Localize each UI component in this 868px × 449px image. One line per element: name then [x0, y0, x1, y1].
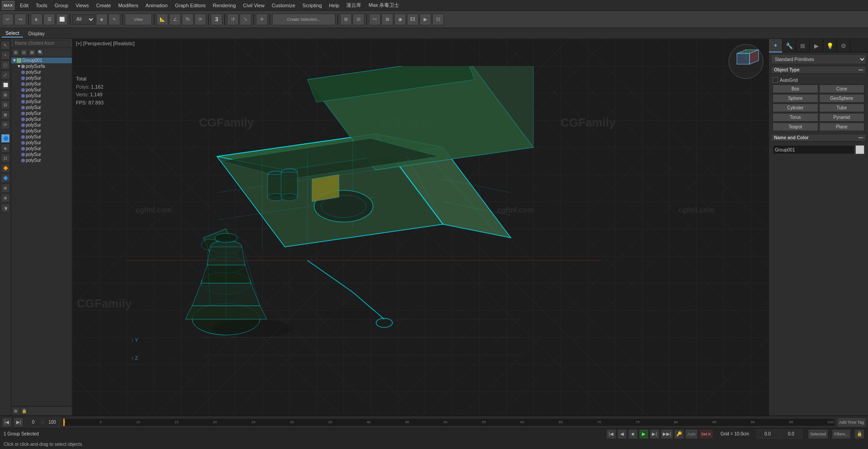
- timeline-playhead[interactable]: [63, 419, 65, 426]
- scene-child-0[interactable]: ▼ polySurfa: [11, 63, 72, 69]
- transport-stop[interactable]: ■: [628, 429, 638, 439]
- scale-btn[interactable]: ⤡: [240, 14, 251, 25]
- scene-child-11[interactable]: polySur: [11, 128, 72, 134]
- geosphere-button[interactable]: GeoSphere: [819, 94, 865, 103]
- left-tool-2[interactable]: +: [1, 51, 10, 60]
- render-frame-btn[interactable]: ⊡: [432, 14, 444, 25]
- menu-rendering[interactable]: Rendering: [209, 2, 240, 9]
- transport-play-back[interactable]: ◀: [617, 429, 627, 439]
- scene-child-15[interactable]: polySur: [11, 151, 72, 157]
- scene-child-10[interactable]: polySur: [11, 122, 72, 128]
- left-tool-8[interactable]: ⊠: [1, 110, 10, 119]
- scene-child-12[interactable]: polySur: [11, 134, 72, 140]
- x-coord-input[interactable]: [756, 430, 779, 439]
- curve-editor-btn[interactable]: 〜: [369, 14, 381, 25]
- scene-bottom-icon-2[interactable]: 🔒: [20, 407, 28, 415]
- menu-tools[interactable]: Tools: [32, 2, 51, 9]
- object-name-input[interactable]: [773, 145, 854, 154]
- transport-next-frame[interactable]: ▶|: [650, 429, 660, 439]
- schematic-btn[interactable]: ⊠: [382, 14, 393, 25]
- spin-btn[interactable]: ⟳: [194, 14, 206, 25]
- total-frames-input[interactable]: [44, 418, 60, 427]
- left-tool-6[interactable]: ⊞: [1, 90, 10, 99]
- scene-icon-3[interactable]: ⊠: [28, 49, 36, 56]
- left-tool-15[interactable]: ⊕: [1, 184, 10, 193]
- left-tool-11[interactable]: ⬖: [1, 144, 10, 153]
- snap-percent[interactable]: %: [182, 14, 193, 25]
- scene-search-input[interactable]: [13, 40, 70, 47]
- menu-views[interactable]: Views: [72, 2, 92, 9]
- object-type-section-header[interactable]: Object Type —: [771, 66, 866, 74]
- right-tab-modify[interactable]: 🔧: [783, 39, 796, 52]
- tube-button[interactable]: Tube: [819, 104, 865, 112]
- right-tab-hierarchy[interactable]: ⊠: [796, 39, 810, 52]
- left-tool-5[interactable]: ⬜: [1, 80, 10, 90]
- layer-dropdown[interactable]: All: [72, 14, 95, 24]
- color-swatch[interactable]: [855, 145, 864, 154]
- menu-scripting[interactable]: Scripting: [299, 2, 326, 9]
- menu-help[interactable]: Help: [326, 2, 343, 9]
- align-btn[interactable]: ⊟: [353, 14, 364, 25]
- box-button[interactable]: Box: [773, 85, 818, 93]
- filters-btn[interactable]: Filters...: [832, 429, 851, 439]
- torus-button[interactable]: Torus: [773, 113, 818, 122]
- scene-bottom-icon-1[interactable]: ⊕: [12, 407, 19, 415]
- left-tool-17[interactable]: ◑: [1, 203, 10, 213]
- right-tab-display[interactable]: 💡: [823, 39, 837, 52]
- select-region-button[interactable]: ⬜: [56, 14, 68, 25]
- right-tab-create[interactable]: ✦: [769, 39, 783, 52]
- transport-set-key[interactable]: Set K: [699, 429, 713, 439]
- left-tool-3[interactable]: ⬡: [1, 61, 10, 70]
- current-frame-input[interactable]: [25, 418, 41, 427]
- snap-toggle[interactable]: 📐: [156, 14, 168, 25]
- navigation-gizmo[interactable]: [728, 43, 764, 80]
- menu-edit[interactable]: Edit: [16, 2, 32, 9]
- scene-child-6[interactable]: polySur: [11, 99, 72, 104]
- render-setup-btn[interactable]: 🎞: [407, 14, 419, 25]
- scene-child-1[interactable]: polySur: [11, 69, 72, 75]
- primitive-type-dropdown[interactable]: Standard Primitives: [771, 54, 866, 64]
- menu-antivirus[interactable]: Max 杀毒卫士: [365, 1, 403, 9]
- material-btn[interactable]: ◉: [394, 14, 406, 25]
- transport-key[interactable]: 🔑: [674, 429, 684, 439]
- timeline-next-key[interactable]: ▶|: [14, 417, 24, 427]
- left-tool-1[interactable]: ↖: [1, 41, 10, 50]
- scene-child-7[interactable]: polySur: [11, 104, 72, 110]
- left-tool-9[interactable]: ⟳: [1, 120, 10, 129]
- transport-auto-key[interactable]: Auto: [685, 429, 698, 439]
- cylinder-button[interactable]: Cylinder: [773, 104, 818, 112]
- scene-icon-2[interactable]: ⊟: [20, 49, 28, 56]
- transport-prev-frame[interactable]: |◀: [606, 429, 616, 439]
- right-tab-utilities[interactable]: ⚙: [837, 39, 850, 52]
- autogrid-checkbox[interactable]: [773, 77, 778, 83]
- right-tab-motion[interactable]: ▶: [810, 39, 823, 52]
- scene-child-3[interactable]: polySur: [11, 81, 72, 87]
- menu-animation[interactable]: Animation: [142, 2, 171, 9]
- display-tab[interactable]: Display: [25, 30, 48, 37]
- select-by-name-button[interactable]: ☰: [43, 14, 55, 25]
- lock-btn[interactable]: 🔒: [854, 429, 864, 439]
- scene-child-4[interactable]: polySur: [11, 87, 72, 93]
- transport-play-fwd[interactable]: ▶: [639, 429, 649, 439]
- select-tab[interactable]: Select: [2, 29, 23, 38]
- move-btn[interactable]: ✛: [256, 14, 268, 25]
- render-btn[interactable]: ▶: [420, 14, 431, 25]
- undo-button[interactable]: ↩: [2, 14, 14, 25]
- menu-create[interactable]: Create: [92, 2, 114, 9]
- rotate-btn[interactable]: ↺: [227, 14, 239, 25]
- scene-icon-1[interactable]: ⊞: [12, 49, 19, 56]
- plane-button[interactable]: Plane: [819, 123, 865, 131]
- scene-child-13[interactable]: polySur: [11, 140, 72, 146]
- select-button[interactable]: ↖: [108, 14, 120, 25]
- left-tool-13[interactable]: 🔶: [1, 164, 10, 173]
- name-color-section-header[interactable]: Name and Color —: [771, 134, 866, 142]
- scene-child-14[interactable]: polySur: [11, 146, 72, 151]
- left-tool-10[interactable]: 🔵: [1, 134, 10, 143]
- left-tool-14[interactable]: 🔷: [1, 174, 10, 183]
- timeline-prev-key[interactable]: |◀: [2, 417, 12, 427]
- select-filter-button[interactable]: ◈: [96, 14, 108, 25]
- snap-angle[interactable]: ∠: [169, 14, 181, 25]
- scene-child-16[interactable]: polySur: [11, 157, 72, 163]
- teapot-button[interactable]: Teapot: [773, 123, 818, 131]
- menu-civil-view[interactable]: Civil View: [240, 2, 268, 9]
